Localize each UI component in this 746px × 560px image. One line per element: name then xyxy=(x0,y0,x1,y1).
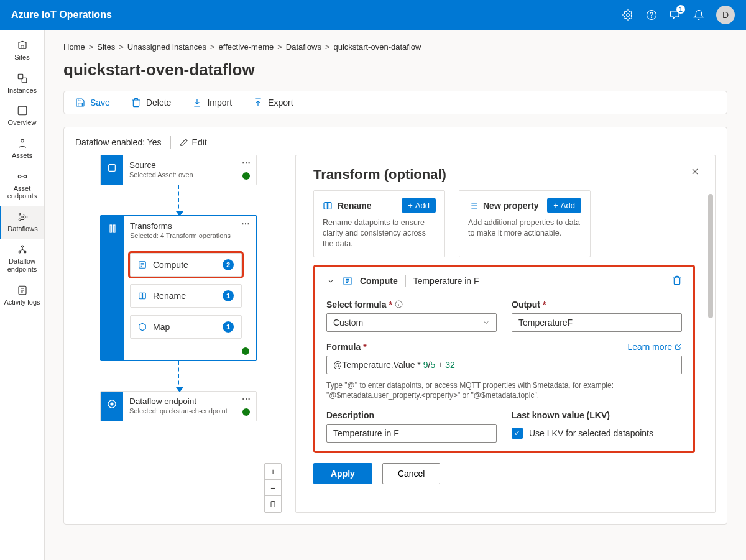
sidebar-item-dataflow-endpoints[interactable]: Dataflow endpoints xyxy=(0,239,44,279)
sidebar-item-label: Sites xyxy=(14,53,29,62)
svg-point-11 xyxy=(25,216,27,218)
rename-icon xyxy=(323,201,333,211)
svg-rect-18 xyxy=(113,225,115,232)
toolbar: Save Delete Import Export xyxy=(63,91,727,114)
save-button[interactable]: Save xyxy=(75,98,110,108)
sidebar-item-assets[interactable]: Assets xyxy=(0,133,44,166)
source-icon xyxy=(101,155,123,185)
sidebar-item-label: Dataflow endpoints xyxy=(2,257,42,273)
endpoint-icon xyxy=(101,392,123,421)
notifications-icon[interactable] xyxy=(693,9,705,21)
compute-section: Compute Temperature in F Se xyxy=(313,265,695,453)
external-link-icon xyxy=(675,343,682,351)
zoom-out-button[interactable]: − xyxy=(265,480,281,496)
scrollbar[interactable] xyxy=(708,194,713,510)
edit-button[interactable]: Edit xyxy=(180,137,207,147)
svg-point-2 xyxy=(651,17,652,17)
status-ok-icon xyxy=(242,408,250,416)
map-icon xyxy=(138,323,147,331)
transform-panel: Transform (optional) Rename + A xyxy=(295,155,716,513)
top-bar: Azure IoT Operations 1 D xyxy=(0,0,746,30)
panel-title: Transform (optional) xyxy=(313,167,710,183)
dataflow-header: Dataflow enabled: Yes Edit xyxy=(75,136,716,149)
node-more-icon[interactable]: ⋯ xyxy=(241,219,251,229)
svg-point-8 xyxy=(24,175,27,178)
sidebar-item-dataflows[interactable]: Dataflows xyxy=(0,206,44,239)
info-icon[interactable] xyxy=(395,300,403,308)
delete-button[interactable]: Delete xyxy=(131,98,171,108)
help-icon[interactable] xyxy=(645,9,658,21)
lkv-checkbox[interactable]: ✓ xyxy=(512,428,523,439)
cancel-button[interactable]: Cancel xyxy=(382,463,441,484)
zoom-in-button[interactable]: + xyxy=(265,464,281,480)
output-input[interactable] xyxy=(512,313,682,332)
sidebar-item-label: Activity logs xyxy=(4,298,40,306)
rename-icon xyxy=(138,291,147,300)
chevron-down-icon[interactable] xyxy=(326,277,335,285)
avatar[interactable]: D xyxy=(716,6,735,24)
node-more-icon[interactable]: ⋯ xyxy=(242,158,251,168)
node-endpoint[interactable]: ⋯ Dataflow endpoint Selected: quickstart… xyxy=(100,391,257,421)
svg-point-10 xyxy=(19,219,21,221)
breadcrumb-item[interactable]: Unassigned instances xyxy=(127,42,206,52)
compute-head-label: Compute xyxy=(360,276,398,286)
settings-icon[interactable] xyxy=(622,9,634,21)
graph-column: ⋯ Source Selected Asset: oven xyxy=(75,155,282,513)
breadcrumb-item[interactable]: Dataflows xyxy=(286,42,321,52)
transform-item-rename[interactable]: Rename 1 xyxy=(130,284,242,308)
transform-item-compute[interactable]: Compute 2 xyxy=(130,253,242,277)
sidebar-item-activity-logs[interactable]: Activity logs xyxy=(0,280,44,313)
breadcrumb-item: quickstart-oven-dataflow xyxy=(333,42,421,52)
canvas-card: Dataflow enabled: Yes Edit xyxy=(63,127,727,525)
sidebar: Sites Instances Overview Assets Asset en… xyxy=(0,30,45,560)
svg-point-12 xyxy=(21,246,23,247)
main-content: Home> Sites> Unassigned instances> effec… xyxy=(45,30,746,560)
node-transforms[interactable]: ⋯ Transforms Selected: 4 Transform opera… xyxy=(100,215,257,361)
sidebar-item-label: Dataflows xyxy=(7,225,37,233)
app-title: Azure IoT Operations xyxy=(11,9,112,21)
breadcrumb-item[interactable]: Home xyxy=(63,42,85,52)
breadcrumb-item[interactable]: effective-meme xyxy=(219,42,274,52)
svg-point-0 xyxy=(627,14,630,17)
transforms-icon xyxy=(101,216,124,360)
svg-point-9 xyxy=(19,213,21,215)
sidebar-item-instances[interactable]: Instances xyxy=(0,68,44,101)
sidebar-item-label: Instances xyxy=(7,86,37,94)
compute-icon xyxy=(138,260,147,269)
svg-point-7 xyxy=(18,175,21,178)
import-button[interactable]: Import xyxy=(192,98,232,108)
close-icon[interactable] xyxy=(690,167,700,178)
add-property-button[interactable]: + Add xyxy=(547,198,581,213)
sidebar-item-overview[interactable]: Overview xyxy=(0,100,44,133)
formula-select[interactable]: Custom xyxy=(326,313,497,332)
feedback-icon[interactable]: 1 xyxy=(669,9,681,21)
formula-input[interactable]: @Temperature.Value * 9/5 + 32 xyxy=(326,356,682,374)
enabled-label: Dataflow enabled: Yes xyxy=(75,137,162,147)
add-rename-button[interactable]: + Add xyxy=(402,198,436,213)
compute-icon xyxy=(343,276,352,286)
svg-rect-17 xyxy=(110,225,112,232)
output-label: Output* xyxy=(512,300,682,310)
svg-point-23 xyxy=(111,403,113,405)
status-ok-icon xyxy=(242,347,249,355)
sidebar-item-sites[interactable]: Sites xyxy=(0,35,44,68)
compute-head-name: Temperature in F xyxy=(413,276,479,286)
zoom-fit-button[interactable] xyxy=(265,496,281,512)
node-more-icon[interactable]: ⋯ xyxy=(242,394,251,404)
breadcrumb-item[interactable]: Sites xyxy=(97,42,115,52)
svg-rect-5 xyxy=(18,107,27,116)
sidebar-item-asset-endpoints[interactable]: Asset endpoints xyxy=(0,166,44,206)
breadcrumb: Home> Sites> Unassigned instances> effec… xyxy=(63,42,727,52)
formula-label: Formula* xyxy=(326,342,367,352)
lkv-check-label: Use LKV for selected datapoints xyxy=(529,428,653,438)
export-button[interactable]: Export xyxy=(253,98,293,108)
learn-more-link[interactable]: Learn more xyxy=(627,342,682,352)
apply-button[interactable]: Apply xyxy=(313,463,372,484)
page-title: quickstart-oven-dataflow xyxy=(63,60,727,80)
description-input[interactable] xyxy=(326,424,497,443)
svg-point-6 xyxy=(21,139,24,142)
delete-compute-icon[interactable] xyxy=(672,275,682,287)
node-source[interactable]: ⋯ Source Selected Asset: oven xyxy=(100,155,257,185)
transform-item-map[interactable]: Map 1 xyxy=(130,315,242,339)
formula-help: Type "@" to enter datapoints, or access … xyxy=(326,380,682,400)
